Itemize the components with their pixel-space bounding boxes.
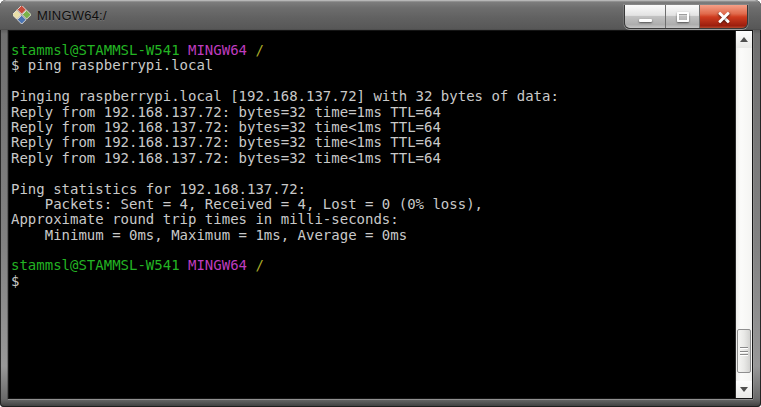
- scroll-down-button[interactable]: [736, 381, 752, 398]
- terminal-line: Approximate round trip times in milli-se…: [11, 212, 733, 227]
- terminal-line: Pinging raspberrypi.local [192.168.137.7…: [11, 89, 733, 104]
- terminal-content: stammsl@STAMMSL-W541 MINGW64 /$ ping ras…: [8, 30, 753, 399]
- terminal-line: Reply from 192.168.137.72: bytes=32 time…: [11, 151, 733, 166]
- terminal-line: $: [11, 274, 733, 289]
- arrow-up-icon: [740, 37, 748, 42]
- scrollbar-track[interactable]: [736, 48, 752, 381]
- terminal-line: [11, 74, 733, 89]
- window-title: MINGW64:/: [37, 8, 107, 23]
- terminal-line: Packets: Sent = 4, Received = 4, Lost = …: [11, 197, 733, 212]
- minimize-icon: [639, 19, 652, 22]
- terminal-line: Ping statistics for 192.168.137.72:: [11, 182, 733, 197]
- arrow-down-icon: [740, 387, 748, 392]
- terminal-line: Reply from 192.168.137.72: bytes=32 time…: [11, 120, 733, 135]
- terminal-window: MINGW64:/ stammsl@STAMMSL-W541 MINGW64 /…: [0, 0, 761, 407]
- title-bar[interactable]: MINGW64:/: [0, 0, 761, 30]
- terminal-output[interactable]: stammsl@STAMMSL-W541 MINGW64 /$ ping ras…: [9, 31, 735, 398]
- grip-icon: [740, 347, 748, 356]
- terminal-line: stammsl@STAMMSL-W541 MINGW64 /: [11, 258, 733, 273]
- scrollbar-thumb[interactable]: [737, 329, 751, 373]
- close-button[interactable]: [700, 5, 747, 28]
- terminal-line: stammsl@STAMMSL-W541 MINGW64 /: [11, 43, 733, 58]
- terminal-line: [11, 243, 733, 258]
- terminal-line: Minimum = 0ms, Maximum = 1ms, Average = …: [11, 228, 733, 243]
- maximize-button[interactable]: [666, 5, 700, 28]
- scrollbar: [735, 31, 752, 398]
- msys-app-icon: [13, 6, 31, 24]
- window-controls: [624, 5, 748, 29]
- maximize-icon: [677, 12, 689, 22]
- terminal-line: Reply from 192.168.137.72: bytes=32 time…: [11, 105, 733, 120]
- terminal-line: [11, 166, 733, 181]
- terminal-line: $ ping raspberrypi.local: [11, 58, 733, 73]
- terminal-line: Reply from 192.168.137.72: bytes=32 time…: [11, 135, 733, 150]
- scroll-up-button[interactable]: [736, 31, 752, 48]
- close-icon: [716, 10, 732, 24]
- minimize-button[interactable]: [625, 5, 666, 28]
